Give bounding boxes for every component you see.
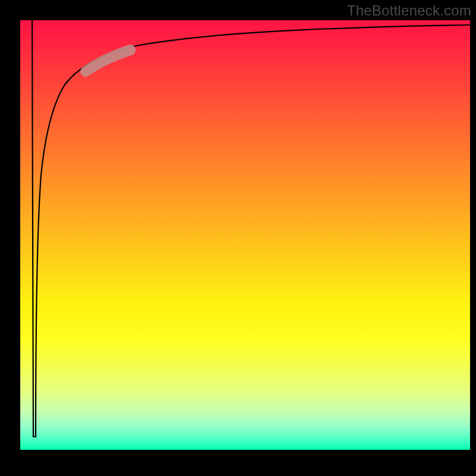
main-curve <box>36 25 470 437</box>
highlight-segment <box>86 50 130 71</box>
chart-frame: TheBottleneck.com <box>0 0 476 476</box>
spike-line <box>32 20 36 437</box>
curve-layer <box>20 20 470 450</box>
watermark-text: TheBottleneck.com <box>347 2 471 19</box>
